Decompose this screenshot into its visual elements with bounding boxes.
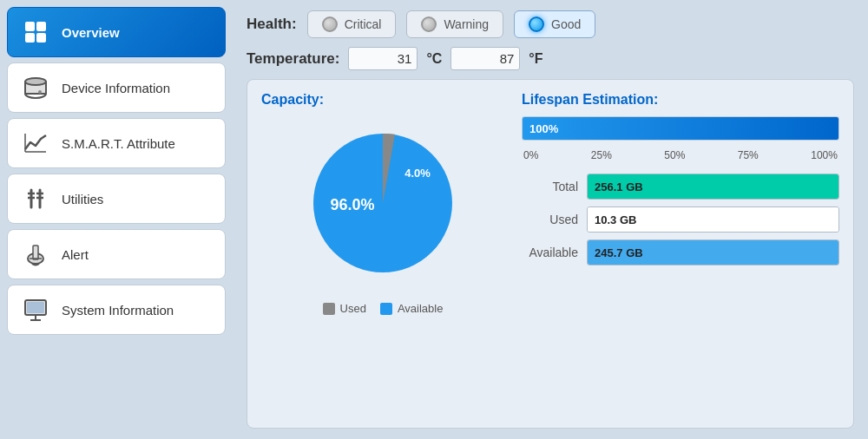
sidebar-item-overview-label: Overview	[62, 25, 120, 40]
svg-text:96.0%: 96.0%	[330, 196, 374, 213]
lifespan-bar-fill: 100%	[523, 117, 838, 140]
legend-used-color	[323, 303, 335, 315]
warning-led	[421, 16, 437, 32]
legend-used: Used	[323, 302, 366, 315]
svg-rect-17	[33, 246, 38, 259]
lifespan-section: Lifespan Estimation: 100% 0% 25% 50% 75%…	[522, 92, 839, 416]
storage-total-fill: 256.1 GB	[588, 174, 838, 199]
storage-total-value: 256.1 GB	[595, 180, 643, 193]
svg-point-6	[25, 78, 46, 85]
dashboard-panel: Capacity: 96.0% 4.0% Used	[247, 79, 854, 429]
svg-text:4.0%: 4.0%	[404, 167, 431, 180]
storage-available-label: Available	[522, 246, 578, 259]
lifespan-axis: 0% 25% 50% 75% 100%	[522, 149, 839, 161]
pie-chart-container: 96.0% 4.0%	[296, 116, 470, 290]
celsius-unit: °C	[426, 51, 442, 67]
health-critical-label: Critical	[345, 17, 382, 31]
sidebar-item-overview[interactable]: Overview	[7, 7, 226, 57]
legend-available: Available	[380, 302, 444, 315]
storage-rows: Total 256.1 GB Used 10.3 GB	[522, 174, 839, 265]
sidebar-item-alert[interactable]: Alert	[7, 229, 226, 279]
axis-0: 0%	[523, 149, 538, 161]
svg-rect-0	[25, 22, 35, 31]
good-led	[529, 16, 544, 32]
grid-icon	[20, 16, 51, 48]
svg-rect-2	[25, 33, 35, 43]
capacity-title: Capacity:	[261, 92, 504, 108]
storage-available-value: 245.7 GB	[595, 246, 643, 259]
storage-total-row: Total 256.1 GB	[522, 174, 839, 200]
fahrenheit-input[interactable]	[450, 47, 520, 70]
storage-used-fill: 10.3 GB	[588, 207, 838, 232]
sidebar-item-utilities[interactable]: Utilities	[7, 174, 226, 224]
legend-available-color	[380, 303, 392, 315]
sidebar-item-utilities-label: Utilities	[62, 192, 103, 206]
health-good-label: Good	[551, 17, 581, 31]
axis-25: 25%	[591, 149, 612, 161]
capacity-section: Capacity: 96.0% 4.0% Used	[261, 92, 504, 416]
storage-used-label: Used	[522, 213, 578, 226]
legend-used-label: Used	[340, 302, 366, 315]
temperature-label: Temperature:	[247, 50, 339, 68]
sidebar-item-smart-label: S.M.A.R.T. Attribute	[62, 136, 175, 151]
pie-chart: 96.0% 4.0%	[296, 116, 470, 290]
monitor-icon	[20, 294, 51, 325]
legend-available-label: Available	[398, 302, 444, 315]
fahrenheit-unit: °F	[529, 51, 542, 67]
chart-icon	[20, 128, 51, 159]
lifespan-bar: 100%	[522, 116, 839, 141]
storage-total-label: Total	[522, 180, 578, 193]
lifespan-title: Lifespan Estimation:	[522, 92, 839, 108]
critical-led	[322, 16, 338, 32]
main-content: Health: Critical Warning Good Temperatur…	[233, 0, 868, 439]
celsius-input[interactable]	[348, 47, 418, 70]
svg-rect-22	[27, 302, 44, 313]
axis-100: 100%	[811, 149, 838, 161]
health-row: Health: Critical Warning Good	[247, 10, 854, 38]
sidebar-item-system-information[interactable]: System Information	[7, 285, 226, 335]
health-warning-label: Warning	[444, 17, 489, 31]
storage-used-value: 10.3 GB	[595, 213, 636, 226]
health-warning-button[interactable]: Warning	[406, 10, 503, 38]
sidebar-item-device-label: Device Information	[62, 81, 170, 95]
svg-point-7	[38, 90, 42, 94]
lifespan-bar-label: 100%	[529, 122, 558, 135]
capacity-legend: Used Available	[261, 302, 504, 315]
svg-rect-3	[36, 33, 46, 43]
storage-available-bar: 245.7 GB	[587, 239, 839, 265]
temperature-row: Temperature: °C °F	[247, 47, 854, 70]
health-good-button[interactable]: Good	[514, 10, 595, 38]
storage-available-fill: 245.7 GB	[588, 240, 838, 265]
storage-available-row: Available 245.7 GB	[522, 239, 839, 265]
storage-used-bar: 10.3 GB	[587, 206, 839, 233]
alert-icon	[20, 239, 51, 270]
tools-icon	[20, 183, 51, 214]
storage-total-bar: 256.1 GB	[587, 174, 839, 200]
health-label: Health:	[247, 16, 297, 33]
storage-used-row: Used 10.3 GB	[522, 206, 839, 233]
sidebar: Overview Device Information S.M.A.R.T. A…	[0, 0, 233, 439]
sidebar-item-device-information[interactable]: Device Information	[7, 62, 226, 113]
svg-rect-1	[36, 22, 46, 31]
health-critical-button[interactable]: Critical	[307, 10, 397, 38]
sidebar-item-system-label: System Information	[62, 303, 174, 318]
axis-75: 75%	[738, 149, 759, 161]
disk-icon	[20, 72, 51, 103]
sidebar-item-alert-label: Alert	[62, 247, 89, 262]
sidebar-item-smart-attribute[interactable]: S.M.A.R.T. Attribute	[7, 118, 226, 168]
axis-50: 50%	[664, 149, 685, 161]
